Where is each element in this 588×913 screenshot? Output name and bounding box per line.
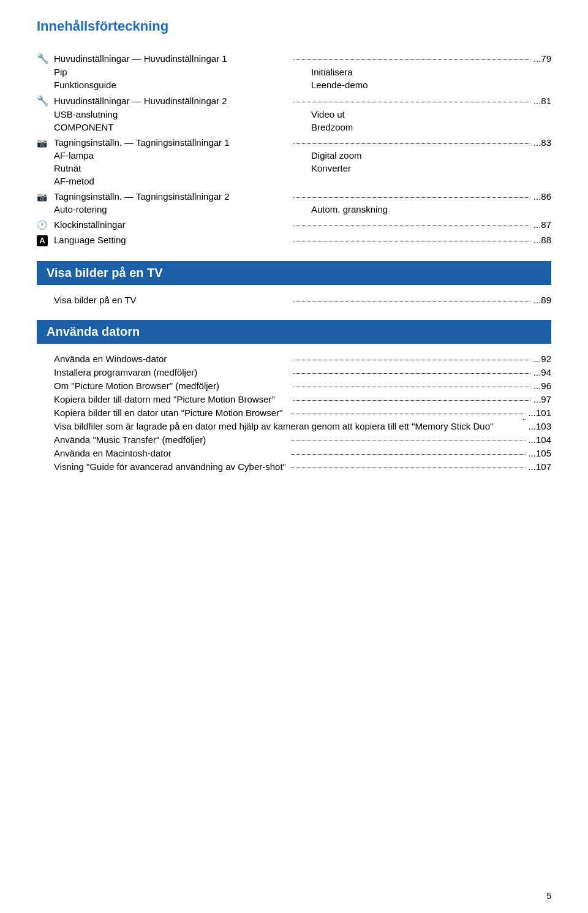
datorn-entry-6: Använda "Music Transfer" (medföljer) ...… (37, 434, 551, 445)
huvud1-leende: Leende-demo (294, 80, 551, 90)
datorn-entry-5: Visa bildfiler som är lagrade på en dato… (37, 421, 551, 431)
datorn-entry-1: Installera programvaran (medföljer) ...9… (37, 367, 551, 377)
datorn-dots-1 (293, 373, 530, 374)
tagn2-page: ...86 (533, 191, 551, 202)
datorn-dots-5 (523, 419, 526, 420)
huvud1-page: ...79 (533, 53, 551, 64)
datorn-page-1: ...94 (533, 367, 551, 377)
datorn-label-8: Visning "Guide för avancerad användning … (54, 461, 288, 472)
huvud1-subcols-2: Funktionsguide Leende-demo (37, 80, 551, 90)
tagn1-aflampa: AF-lampa (37, 150, 294, 161)
tagn1-subcols-1: AF-lampa Digital zoom (37, 150, 551, 161)
dots4 (293, 197, 530, 198)
tagn2-autorotering: Auto-rotering (37, 204, 294, 214)
cam1-icon: 📷 (37, 138, 54, 148)
tagn1-digital: Digital zoom (294, 150, 551, 161)
huvud2-label: Huvudinställningar — Huvudinställningar … (54, 96, 291, 106)
lang-page: ...88 (533, 235, 551, 245)
datorn-page-2: ...96 (533, 381, 551, 391)
huvud1-initialisera: Initialisera (294, 67, 551, 77)
cam2-icon: 📷 (37, 192, 54, 202)
datorn-entry-3: Kopiera bilder till datorn med "Picture … (37, 394, 551, 404)
tv-dots (293, 301, 530, 301)
datorn-page-3: ...97 (533, 394, 551, 404)
wrench-icon: 🔧 (37, 53, 54, 64)
datorn-dots-8 (291, 468, 526, 468)
huvud1-pip: Pip (37, 67, 294, 77)
tagn1-afmetod: AF-metod (37, 176, 294, 186)
datorn-entry-4: Kopiera bilder till en dator utan "Pictu… (37, 407, 551, 418)
tv-entry-page: ...89 (533, 295, 551, 305)
datorn-label-1: Installera programvaran (medföljer) (54, 367, 291, 377)
datorn-page-6: ...104 (528, 434, 551, 445)
tagn2-autom: Autom. granskning (294, 204, 551, 214)
tv-entry-label: Visa bilder på en TV (54, 295, 291, 305)
datorn-page-4: ...101 (528, 407, 551, 418)
toc-heading-tagn1: 📷 Tagningsinställn. — Tagningsinställnin… (37, 137, 551, 148)
dots3 (293, 143, 530, 144)
toc-heading-huvud1: 🔧 Huvudinställningar — Huvudinställninga… (37, 53, 551, 64)
datorn-dots-3 (293, 400, 530, 401)
toc-section-klock: 🕐 Klockinställningar ...87 (37, 219, 551, 230)
datorn-label-6: Använda "Music Transfer" (medföljer) (54, 434, 288, 445)
toc-section-huvud1: 🔧 Huvudinställningar — Huvudinställninga… (37, 53, 551, 90)
klock-label: Klockinställningar (54, 219, 291, 230)
a-box-icon: A (37, 235, 54, 246)
page-title: Innehållsförteckning (37, 18, 551, 34)
section-header-datorn: Använda datorn (37, 320, 551, 344)
toc-heading-tagn2: 📷 Tagningsinställn. — Tagningsinställnin… (37, 191, 551, 202)
datorn-page-0: ...92 (533, 354, 551, 364)
tagn2-label: Tagningsinställn. — Tagningsinställninga… (54, 191, 291, 202)
datorn-label-2: Om "Picture Motion Browser" (medföljer) (54, 381, 291, 391)
huvud2-page: ...81 (533, 96, 551, 106)
page-number: 5 (546, 891, 551, 901)
datorn-label-4: Kopiera bilder till en dator utan "Pictu… (54, 407, 288, 418)
huvud1-funktionsguide: Funktionsguide (37, 80, 294, 90)
tv-entry: Visa bilder på en TV ...89 (37, 295, 551, 305)
datorn-label-3: Kopiera bilder till datorn med "Picture … (54, 394, 291, 404)
datorn-label-0: Använda en Windows-dator (54, 354, 291, 364)
datorn-page-8: ...107 (528, 461, 551, 472)
huvud1-subcols-1: Pip Initialisera (37, 67, 551, 77)
datorn-label-7: Använda en Macintosh-dator (54, 448, 288, 458)
huvud2-usb: USB-anslutning (37, 109, 294, 119)
datorn-dots-7 (291, 454, 526, 455)
dots5 (293, 225, 530, 226)
datorn-page-7: ...105 (528, 448, 551, 458)
datorn-entry-0: Använda en Windows-dator ...92 (37, 354, 551, 364)
lang-label: Language Setting (54, 235, 291, 245)
toc-section-tagn1: 📷 Tagningsinställn. — Tagningsinställnin… (37, 137, 551, 186)
datorn-dots-2 (293, 387, 530, 387)
datorn-entry-7: Använda en Macintosh-dator ...105 (37, 448, 551, 458)
klock-page: ...87 (533, 219, 551, 230)
clock-icon: 🕐 (37, 220, 54, 230)
datorn-label-5: Visa bildfiler som är lagrade på en dato… (54, 421, 521, 431)
toc-section-tagn2: 📷 Tagningsinställn. — Tagningsinställnin… (37, 191, 551, 214)
huvud2-bredzoom: Bredzoom (294, 122, 551, 132)
tagn1-subcols-2: Rutnät Konverter (37, 163, 551, 173)
tagn1-empty (294, 176, 551, 186)
tagn1-label: Tagningsinställn. — Tagningsinställninga… (54, 137, 291, 148)
dots2 (293, 102, 530, 102)
tagn1-subcols-3: AF-metod (37, 176, 551, 186)
datorn-dots-0 (293, 360, 530, 360)
tagn1-rutnat: Rutnät (37, 163, 294, 173)
tagn1-konverter: Konverter (294, 163, 551, 173)
huvud2-subcols-1: USB-anslutning Video ut (37, 109, 551, 119)
toc-heading-huvud2: 🔧 Huvudinställningar — Huvudinställninga… (37, 95, 551, 107)
dots6 (293, 241, 530, 241)
huvud2-video: Video ut (294, 109, 551, 119)
section-header-tv: Visa bilder på en TV (37, 261, 551, 285)
datorn-page-5: ...103 (528, 421, 551, 431)
datorn-entry-2: Om "Picture Motion Browser" (medföljer) … (37, 381, 551, 391)
datorn-dots-4 (291, 414, 526, 414)
dots (293, 59, 530, 60)
toc-heading-lang: A Language Setting ...88 (37, 235, 551, 246)
toc-heading-klock: 🕐 Klockinställningar ...87 (37, 219, 551, 230)
wrench2-icon: 🔧 (37, 95, 54, 107)
tagn2-subcols-1: Auto-rotering Autom. granskning (37, 204, 551, 214)
huvud2-subcols-2: COMPONENT Bredzoom (37, 122, 551, 132)
huvud2-component: COMPONENT (37, 122, 294, 132)
datorn-dots-6 (291, 441, 526, 441)
tagn1-page: ...83 (533, 137, 551, 148)
